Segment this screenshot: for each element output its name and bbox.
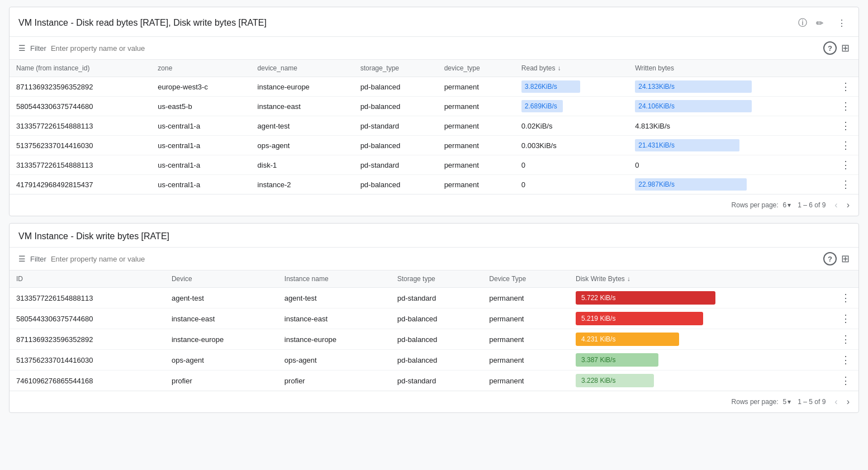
more-button-2[interactable]: ⋮	[839, 312, 852, 325]
cell-more-2[interactable]: ⋮	[833, 288, 858, 308]
prev-page-button-2[interactable]: ‹	[832, 396, 839, 408]
cell-device-type: permanent	[438, 175, 515, 194]
cell-id: 5805443306375744680	[10, 308, 165, 329]
page-info: 1 – 6 of 9	[798, 201, 826, 209]
cell-written-bytes: 24.133KiB/s	[628, 77, 833, 97]
cell-read-bytes: 0.003KiB/s	[515, 136, 628, 155]
sort-icon: ↓	[558, 64, 561, 72]
col-read-bytes[interactable]: Read bytes ↓	[515, 60, 628, 77]
columns-button-2[interactable]: ⊞	[841, 253, 850, 265]
rows-per-page-select[interactable]: 6 ▾	[783, 201, 791, 209]
cell-more[interactable]: ⋮	[833, 97, 858, 116]
cell-disk-write-bytes: 3.387 KiB/s	[569, 350, 833, 371]
cell-device-type: permanent	[438, 77, 515, 97]
cell-name: 4179142968492815437	[10, 175, 151, 194]
cell-storage-type: pd-balanced	[354, 175, 438, 194]
cell-device-name: instance-east	[251, 97, 354, 116]
col-device: Device	[165, 270, 278, 288]
table-row: 4179142968492815437 us-central1-a instan…	[10, 175, 858, 194]
cell-device-type: permanent	[482, 350, 569, 371]
more-button-2[interactable]: ⋮	[839, 291, 852, 305]
cell-device: agent-test	[165, 288, 278, 308]
help-button-2[interactable]: ?	[823, 252, 837, 265]
cell-storage-type: pd-standard	[354, 155, 438, 175]
cell-read-bytes: 2.689KiB/s	[515, 97, 628, 116]
cell-device-name: disk-1	[251, 155, 354, 175]
cell-device: profier	[165, 371, 278, 391]
help-button[interactable]: ?	[823, 41, 837, 55]
panel-1-title: VM Instance - Disk read bytes [RATE], Di…	[18, 18, 794, 28]
col-device-type: device_type	[438, 60, 515, 77]
cell-written-bytes: 24.106KiB/s	[628, 97, 833, 116]
cell-more-2[interactable]: ⋮	[833, 329, 858, 350]
panel-1: VM Instance - Disk read bytes [RATE], Di…	[9, 7, 859, 216]
cell-more[interactable]: ⋮	[833, 175, 858, 194]
page-info-2: 1 – 5 of 9	[798, 398, 826, 406]
panel-1-filter-bar: ☰ Filter ? ⊞	[10, 37, 858, 60]
cell-device-name: ops-agent	[251, 136, 354, 155]
table-row: 3133577226154888113 agent-test agent-tes…	[10, 288, 858, 308]
cell-more[interactable]: ⋮	[833, 116, 858, 136]
more-vert-button[interactable]: ⋮	[834, 15, 850, 31]
cell-zone: us-central1-a	[151, 136, 250, 155]
prev-page-button[interactable]: ‹	[832, 199, 839, 211]
rows-per-page-select-2[interactable]: 5 ▾	[783, 398, 791, 406]
cell-device-type: permanent	[482, 308, 569, 329]
table-row: 3133577226154888113 us-central1-a agent-…	[10, 116, 858, 136]
filter-input-2[interactable]	[51, 255, 819, 263]
cell-storage-type: pd-balanced	[354, 77, 438, 97]
cell-instance-name: ops-agent	[278, 350, 391, 371]
col-written-bytes: Written bytes	[628, 60, 833, 77]
cell-storage-type: pd-balanced	[391, 350, 483, 371]
panel-2-title: VM Instance - Disk write bytes [RATE]	[18, 231, 845, 241]
cell-more[interactable]: ⋮	[833, 155, 858, 175]
cell-zone: europe-west3-c	[151, 77, 250, 97]
cell-instance-name: instance-east	[278, 308, 391, 329]
col-storage-type-2: Storage type	[391, 270, 483, 288]
cell-more[interactable]: ⋮	[833, 77, 858, 97]
more-button-2[interactable]: ⋮	[839, 333, 852, 346]
cell-storage-type: pd-standard	[391, 288, 483, 308]
filter-icon: ☰	[18, 44, 26, 53]
table-row: 8711369323596352892 europe-west3-c insta…	[10, 77, 858, 97]
cell-more-2[interactable]: ⋮	[833, 350, 858, 371]
table-row: 5805443306375744680 us-east5-b instance-…	[10, 97, 858, 116]
more-button[interactable]: ⋮	[839, 139, 852, 152]
cell-more-2[interactable]: ⋮	[833, 308, 858, 329]
more-button[interactable]: ⋮	[839, 119, 852, 132]
info-icon[interactable]: ⓘ	[798, 17, 807, 29]
more-button-2[interactable]: ⋮	[839, 374, 852, 387]
columns-button[interactable]: ⊞	[841, 42, 850, 54]
edit-button[interactable]: ✏	[812, 15, 827, 31]
next-page-button-2[interactable]: ›	[845, 396, 852, 408]
more-button-2[interactable]: ⋮	[839, 353, 852, 367]
table-row: 5805443306375744680 instance-east instan…	[10, 308, 858, 329]
cell-device-type: permanent	[482, 329, 569, 350]
cell-read-bytes: 3.826KiB/s	[515, 77, 628, 97]
more-button[interactable]: ⋮	[839, 158, 852, 172]
more-button[interactable]: ⋮	[839, 178, 852, 191]
more-button[interactable]: ⋮	[839, 99, 852, 113]
rows-per-page-label: Rows per page:	[732, 201, 779, 209]
cell-more-2[interactable]: ⋮	[833, 371, 858, 391]
cell-device-type: permanent	[438, 97, 515, 116]
cell-device-type: permanent	[482, 288, 569, 308]
col-disk-write-bytes[interactable]: Disk Write Bytes ↓	[569, 270, 833, 288]
cell-storage-type: pd-balanced	[391, 329, 483, 350]
more-button[interactable]: ⋮	[839, 80, 852, 93]
cell-instance-name: profier	[278, 371, 391, 391]
panel-2-header-row: ID Device Instance name Storage type Dev…	[10, 270, 858, 288]
cell-zone: us-central1-a	[151, 175, 250, 194]
cell-written-bytes: 0	[628, 155, 833, 175]
cell-id: 5137562337014416030	[10, 350, 165, 371]
col-device-name: device_name	[251, 60, 354, 77]
table-row: 7461096276865544168 profier profier pd-s…	[10, 371, 858, 391]
filter-label: Filter	[30, 44, 46, 53]
filter-input[interactable]	[51, 44, 819, 53]
table-row: 5137562337014416030 us-central1-a ops-ag…	[10, 136, 858, 155]
next-page-button[interactable]: ›	[845, 199, 852, 211]
cell-more[interactable]: ⋮	[833, 136, 858, 155]
panel-2-pagination: Rows per page: 5 ▾ 1 – 5 of 9 ‹ ›	[10, 391, 858, 412]
cell-device-name: instance-2	[251, 175, 354, 194]
cell-name: 5805443306375744680	[10, 97, 151, 116]
